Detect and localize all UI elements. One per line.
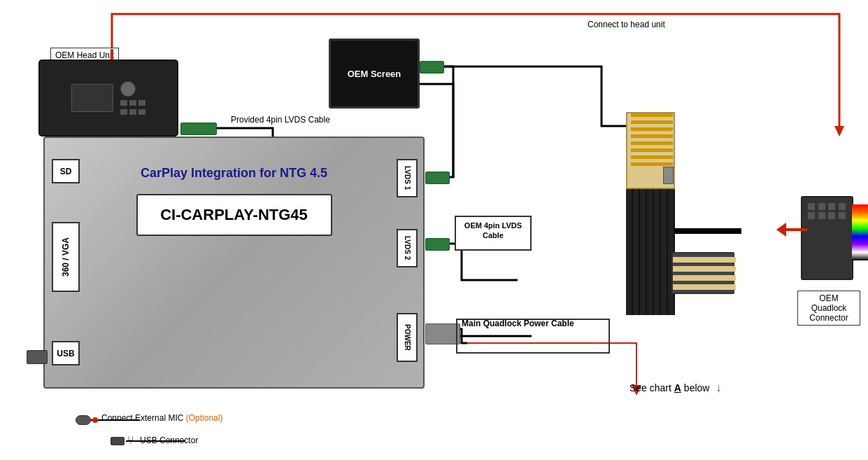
quadlock-arrow	[776, 223, 807, 237]
power-port-label: POWER	[397, 313, 418, 362]
usb-connector-label: USB Connector	[140, 435, 198, 445]
hu-btn-1	[120, 100, 127, 106]
oem-lvds-box-text: OEM 4pin LVDS Cable	[456, 217, 530, 244]
main-device-box: SD 360 / VGA USB CarPlay Integration for…	[43, 137, 425, 389]
oem-lvds-box: OEM 4pin LVDS Cable	[455, 216, 532, 251]
mic-label: Connect External MIC (Optional)	[101, 413, 222, 423]
mic-indicator	[92, 417, 98, 423]
oem-quadlock-label: OEM Quadlock Connector	[797, 291, 860, 326]
usb-port-connector	[27, 350, 48, 364]
svg-marker-0	[834, 126, 844, 137]
lvds-cable-label: Provided 4pin LVDS Cable	[231, 115, 330, 125]
vga-port-label: 360 / VGA	[52, 222, 80, 292]
oem-quadlock-device	[801, 196, 853, 280]
hu-btn-6	[138, 109, 145, 115]
head-unit-knob	[120, 81, 136, 97]
power-cable-box	[456, 319, 610, 354]
usb-symbol: ⑂	[127, 434, 134, 447]
usb-port-label: USB	[52, 341, 80, 365]
head-unit-connector	[180, 123, 217, 135]
oem-screen-device: OEM Screen	[329, 39, 420, 109]
usb-bottom-connector	[111, 437, 124, 445]
lvds2-connector	[425, 238, 450, 251]
head-unit-device	[38, 60, 178, 137]
ribbon-connector-bottom	[671, 252, 734, 294]
lvds1-port-label: LVDS 1	[397, 159, 418, 197]
hu-btn-4	[120, 109, 127, 115]
wiring-diagram: OEM Head Unit Provided 4pin LVDS Cable O…	[0, 0, 868, 460]
hu-btn-5	[129, 109, 136, 115]
device-main-label: CarPlay Integration for NTG 4.5	[141, 166, 327, 181]
mic-connector	[76, 415, 91, 425]
ribbon-cable-vertical	[626, 189, 675, 315]
oem-screen-connector-right	[420, 61, 444, 74]
sd-port-label: SD	[52, 159, 80, 183]
power-connector-right	[425, 323, 460, 344]
lvds1-connector	[425, 172, 450, 184]
oem-screen-label: OEM Screen	[348, 69, 401, 79]
hu-btn-2	[129, 100, 136, 106]
ribbon-connector-top	[626, 112, 675, 189]
lvds2-port-label: LVDS 2	[397, 229, 418, 267]
see-chart-text: See chart A below ↓	[629, 382, 721, 394]
device-product-id: CI-CARPLAY-NTG45	[136, 194, 332, 236]
head-unit-screen-area	[71, 84, 113, 112]
hu-btn-3	[138, 100, 145, 106]
connect-head-unit-label: Connect to head unit	[588, 20, 665, 29]
